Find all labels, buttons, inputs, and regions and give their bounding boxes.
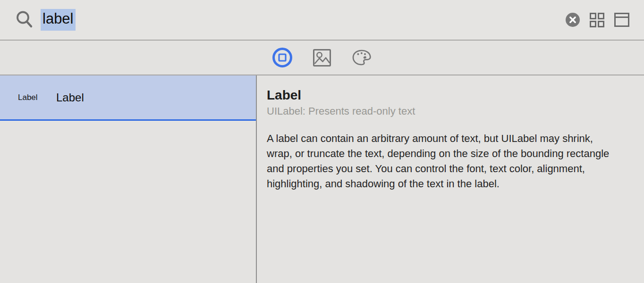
- label-object-preview: Label: [18, 93, 40, 102]
- objects-tab-icon[interactable]: [272, 47, 293, 68]
- search-icon: [15, 10, 34, 29]
- library-content: Label Label Label UILabel: Presents read…: [0, 75, 644, 283]
- window-layout-icon[interactable]: [614, 13, 629, 27]
- library-panel: label: [0, 0, 644, 283]
- search-input[interactable]: label: [41, 0, 566, 40]
- grid-view-icon[interactable]: [590, 13, 604, 27]
- media-tab-icon[interactable]: [312, 47, 332, 68]
- search-bar-actions: [566, 13, 629, 27]
- results-list: Label Label: [0, 75, 257, 283]
- colors-tab-icon[interactable]: [351, 47, 372, 68]
- detail-subtitle: UILabel: Presents read-only text: [267, 105, 625, 117]
- detail-pane: Label UILabel: Presents read-only text A…: [257, 75, 644, 283]
- search-bar: label: [0, 0, 644, 41]
- label-object-name: Label: [56, 91, 84, 104]
- search-input-selected-text: label: [41, 9, 76, 31]
- library-tab-bar: [0, 41, 644, 75]
- detail-title: Label: [267, 88, 625, 103]
- list-item-label[interactable]: Label Label: [0, 75, 256, 121]
- clear-icon[interactable]: [566, 13, 580, 27]
- detail-description: A label can contain an arbitrary amount …: [267, 131, 619, 191]
